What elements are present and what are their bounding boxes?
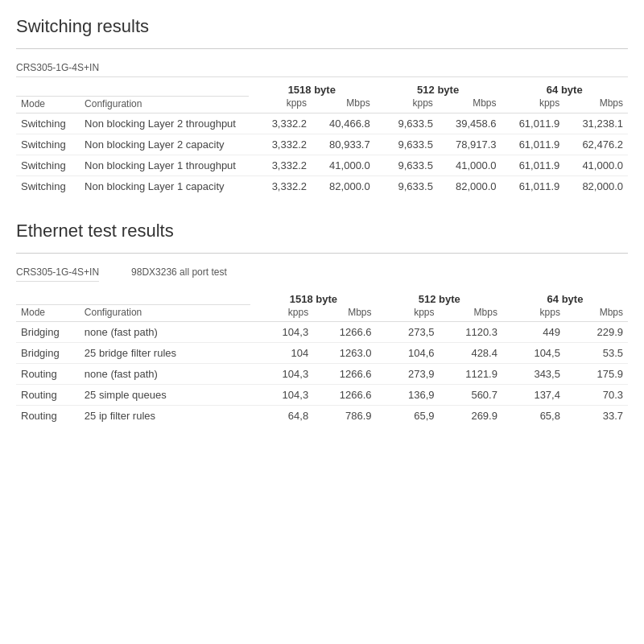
ethernet-cell-kpps3: 137,4 — [502, 385, 565, 406]
ethernet-cell-mode: Routing — [16, 385, 80, 406]
ethernet-cell-kpps1: 64,8 — [250, 406, 313, 427]
ethernet-cell-mbps3: 33.7 — [565, 406, 628, 427]
switching-mbps-2: Mbps — [438, 96, 502, 113]
switching-cell-kpps1: 3,332.2 — [249, 155, 312, 175]
switching-mbps-3: Mbps — [564, 96, 628, 113]
switching-cell-kpps2: 9,633.5 — [375, 175, 438, 196]
ethernet-kpps-3: kpps — [502, 305, 565, 322]
switching-row: SwitchingNon blocking Layer 2 capacity3,… — [16, 134, 628, 155]
ethernet-cell-config: 25 simple queues — [80, 385, 250, 406]
ethernet-cell-kpps2: 273,5 — [377, 322, 440, 343]
switching-cell-mode: Switching — [16, 134, 80, 155]
switching-device: CRS305-1G-4S+IN — [16, 62, 628, 77]
ethernet-config-header: Configuration — [80, 305, 250, 322]
ethernet-tbody: Bridgingnone (fast path)104,31266.6273,5… — [16, 322, 628, 427]
ethernet-row: Routing25 ip filter rules64,8786.965,926… — [16, 406, 628, 427]
ethernet-mbps-2: Mbps — [440, 305, 502, 322]
ethernet-cell-mbps2: 1120.3 — [440, 322, 502, 343]
ethernet-cell-kpps3: 343,5 — [502, 364, 565, 385]
ethernet-cell-mode: Bridging — [16, 322, 80, 343]
ethernet-cell-config: 25 ip filter rules — [80, 406, 250, 427]
switching-kpps-2: kpps — [375, 96, 438, 113]
ethernet-cell-mbps2: 560.7 — [440, 385, 502, 406]
switching-cell-kpps2: 9,633.5 — [375, 134, 438, 155]
switching-cell-mode: Switching — [16, 113, 80, 134]
ethernet-divider — [16, 253, 628, 254]
ethernet-cell-mbps1: 1263.0 — [313, 343, 376, 364]
switching-subheader-row: Mode Configuration kpps Mbps kpps Mbps k… — [16, 96, 628, 113]
switching-group-512: 512 byte — [375, 80, 502, 96]
ethernet-cell-mbps3: 229.9 — [565, 322, 628, 343]
switching-title: Switching results — [16, 16, 628, 37]
ethernet-col-mode-empty — [16, 290, 80, 305]
ethernet-cell-config: 25 bridge filter rules — [80, 343, 250, 364]
switching-cell-mbps2: 78,917.3 — [438, 134, 502, 155]
ethernet-group-1518: 1518 byte — [250, 290, 376, 305]
switching-cell-mbps3: 31,238.1 — [564, 113, 628, 134]
ethernet-col-config-empty — [80, 290, 250, 305]
ethernet-cell-kpps3: 449 — [502, 322, 565, 343]
ethernet-cell-config: none (fast path) — [80, 364, 250, 385]
switching-group-64: 64 byte — [502, 80, 628, 96]
ethernet-table: 1518 byte 512 byte 64 byte Mode Configur… — [16, 290, 628, 427]
switching-mbps-1: Mbps — [312, 96, 375, 113]
ethernet-cell-mbps3: 175.9 — [565, 364, 628, 385]
ethernet-cell-mbps1: 1266.6 — [313, 322, 376, 343]
ethernet-cell-config: none (fast path) — [80, 322, 250, 343]
ethernet-cell-kpps2: 104,6 — [377, 343, 440, 364]
switching-cell-config: Non blocking Layer 1 throughput — [80, 155, 249, 175]
switching-cell-mbps2: 41,000.0 — [438, 155, 502, 175]
switching-cell-kpps2: 9,633.5 — [375, 155, 438, 175]
ethernet-section: Ethernet test results CRS305-1G-4S+IN 98… — [16, 221, 628, 427]
ethernet-row: Routingnone (fast path)104,31266.6273,91… — [16, 364, 628, 385]
ethernet-cell-kpps2: 65,9 — [377, 406, 440, 427]
switching-kpps-3: kpps — [502, 96, 565, 113]
ethernet-row: Bridging25 bridge filter rules1041263.01… — [16, 343, 628, 364]
switching-col-mode-empty — [16, 80, 80, 96]
ethernet-cell-mode: Routing — [16, 364, 80, 385]
switching-table: 1518 byte 512 byte 64 byte Mode Configur… — [16, 80, 628, 196]
switching-tbody: SwitchingNon blocking Layer 2 throughput… — [16, 113, 628, 196]
ethernet-cell-kpps2: 136,9 — [377, 385, 440, 406]
switching-config-header: Configuration — [80, 96, 249, 113]
switching-cell-mbps1: 41,000.0 — [312, 155, 375, 175]
ethernet-cell-mbps3: 70.3 — [565, 385, 628, 406]
switching-row: SwitchingNon blocking Layer 1 capacity3,… — [16, 175, 628, 196]
ethernet-mbps-1: Mbps — [313, 305, 376, 322]
ethernet-cell-kpps2: 273,9 — [377, 364, 440, 385]
switching-cell-mbps3: 41,000.0 — [564, 155, 628, 175]
ethernet-device-row: CRS305-1G-4S+IN 98DX3236 all port test — [16, 266, 628, 285]
ethernet-cell-mbps1: 1266.6 — [313, 385, 376, 406]
ethernet-subheader-row: Mode Configuration kpps Mbps kpps Mbps k… — [16, 305, 628, 322]
switching-cell-mbps3: 62,476.2 — [564, 134, 628, 155]
switching-cell-mbps2: 39,458.6 — [438, 113, 502, 134]
switching-cell-kpps1: 3,332.2 — [249, 175, 312, 196]
switching-section: Switching results CRS305-1G-4S+IN 1518 b… — [16, 16, 628, 196]
switching-cell-mbps2: 82,000.0 — [438, 175, 502, 196]
ethernet-cell-mbps1: 786.9 — [313, 406, 376, 427]
ethernet-cell-mbps3: 53.5 — [565, 343, 628, 364]
ethernet-device2: 98DX3236 all port test — [131, 266, 227, 278]
switching-cell-mode: Switching — [16, 155, 80, 175]
ethernet-cell-kpps1: 104,3 — [250, 385, 313, 406]
switching-cell-mbps1: 82,000.0 — [312, 175, 375, 196]
ethernet-kpps-1: kpps — [250, 305, 313, 322]
switching-cell-kpps3: 61,011.9 — [502, 175, 565, 196]
ethernet-cell-mbps2: 269.9 — [440, 406, 502, 427]
switching-cell-kpps3: 61,011.9 — [502, 134, 565, 155]
switching-cell-kpps3: 61,011.9 — [502, 155, 565, 175]
ethernet-cell-kpps1: 104,3 — [250, 322, 313, 343]
switching-cell-mbps1: 40,466.8 — [312, 113, 375, 134]
switching-cell-kpps1: 3,332.2 — [249, 134, 312, 155]
ethernet-cell-kpps3: 65,8 — [502, 406, 565, 427]
ethernet-group-header-row: 1518 byte 512 byte 64 byte — [16, 290, 628, 305]
ethernet-row: Bridgingnone (fast path)104,31266.6273,5… — [16, 322, 628, 343]
switching-cell-kpps1: 3,332.2 — [249, 113, 312, 134]
ethernet-group-64: 64 byte — [502, 290, 628, 305]
ethernet-title: Ethernet test results — [16, 221, 628, 242]
ethernet-cell-kpps1: 104,3 — [250, 364, 313, 385]
switching-row: SwitchingNon blocking Layer 2 throughput… — [16, 113, 628, 134]
switching-cell-config: Non blocking Layer 2 throughput — [80, 113, 249, 134]
ethernet-cell-mode: Bridging — [16, 343, 80, 364]
ethernet-cell-mbps2: 428.4 — [440, 343, 502, 364]
